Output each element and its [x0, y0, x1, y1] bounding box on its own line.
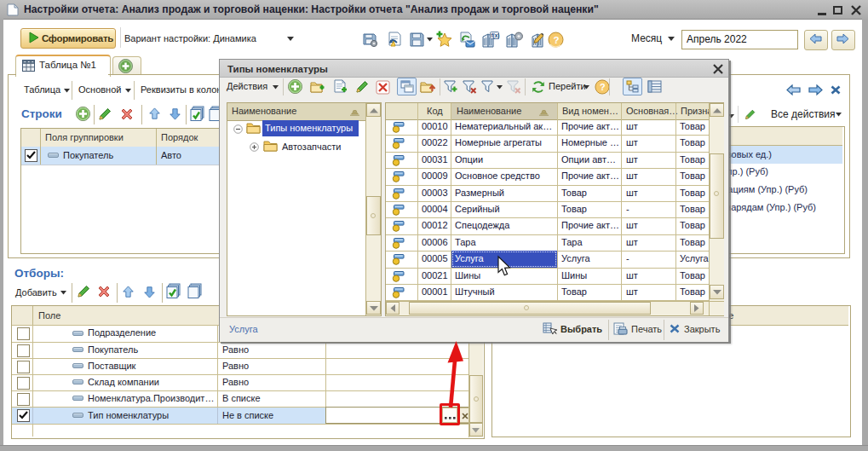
svg-text:?: ?: [553, 35, 559, 45]
svg-text:f(x): f(x): [491, 32, 499, 39]
svg-text:?: ?: [600, 82, 606, 92]
